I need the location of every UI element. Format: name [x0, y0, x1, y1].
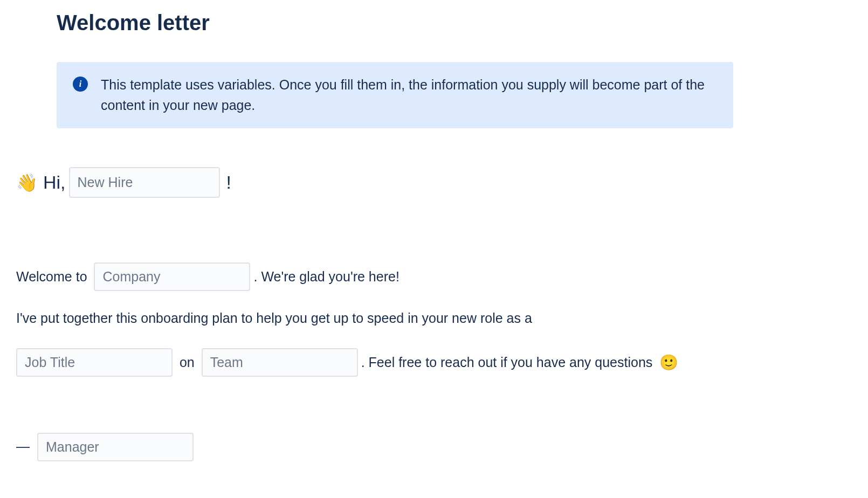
onboarding-line-1: I've put together this onboarding plan t…: [16, 300, 852, 337]
manager-input[interactable]: [37, 433, 194, 461]
new-hire-input[interactable]: [69, 167, 220, 198]
page-title: Welcome letter: [57, 11, 852, 35]
onboarding-line-2: on . Feel free to reach out if you have …: [16, 342, 852, 383]
signature-dash: —: [16, 428, 29, 465]
welcome-suffix-text: . We're glad you're here!: [253, 259, 399, 295]
signature-line: —: [16, 428, 852, 465]
greeting-hi-text: Hi,: [43, 158, 66, 208]
wave-emoji-icon: 👋: [16, 160, 38, 206]
on-text: on: [176, 344, 198, 381]
info-panel: i This template uses variables. Once you…: [57, 62, 733, 128]
info-panel-text: This template uses variables. Once you f…: [101, 75, 717, 115]
info-icon-glyph: i: [79, 79, 81, 89]
greeting-line: 👋 Hi, !: [16, 158, 852, 208]
smile-emoji-icon: 🙂: [659, 342, 678, 383]
reach-out-text: . Feel free to reach out if you have any…: [361, 344, 657, 381]
info-icon: i: [73, 77, 88, 92]
onboarding-intro-text: I've put together this onboarding plan t…: [16, 300, 532, 337]
job-title-input[interactable]: [16, 348, 173, 377]
welcome-line: Welcome to . We're glad you're here!: [16, 259, 852, 295]
welcome-prefix-text: Welcome to: [16, 259, 91, 295]
document-content: 👋 Hi, ! Welcome to . We're glad you're h…: [16, 158, 852, 465]
team-input[interactable]: [202, 348, 358, 377]
greeting-exclamation: !: [226, 158, 231, 208]
company-input[interactable]: [94, 262, 250, 291]
